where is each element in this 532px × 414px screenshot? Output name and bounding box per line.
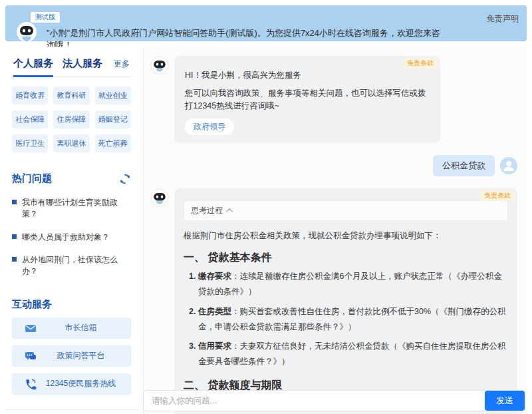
service-btn-marriage-adoption[interactable]: 婚育收养 [12,87,48,104]
hot-questions-list: 我市有哪些计划生育奖励政策？ 哪类人员属于救助对象？ 从外地回荆门，社保该怎么办… [12,197,131,277]
disclaimer-link[interactable]: 免责声明 [487,13,519,25]
greeting-line2: 您可以向我咨询政策、服务事项等相关问题，也可以选择写信或拨打12345热线进行咨… [185,87,430,112]
mail-icon [24,321,37,335]
robot-logo-icon [16,21,37,43]
service-category-grid: 婚育收养 教育科研 就业创业 社会保障 住房保障 婚姻登记 医疗卫生 离职退休 … [12,87,131,152]
bullet-square-icon [12,200,17,204]
bot-message-row: 免责条款 思考过程 根据荆门市住房公积金相关政策，现就公积金贷款办理事项说明如下… [150,188,517,414]
policy-qa-platform-link[interactable]: 政策问答平台 [12,345,131,367]
section1-list: 缴存要求：连续足额缴存住房公积金满6个月及以上，账户状态正常（《办理公积金贷款的… [198,269,508,369]
user-message-row: 公积金贷款 [150,155,517,176]
service-btn-marriage-registration[interactable]: 婚姻登记 [95,110,131,128]
greeting-line1: HI！我是小荆，很高兴为您服务 [185,69,430,82]
answer-section1-title: 一、 贷款基本条件 [184,251,508,265]
service-btn-social-security[interactable]: 社会保障 [12,110,48,128]
hot-question-item[interactable]: 从外地回荆门，社保该怎么办？ [12,254,131,277]
service-btn-retirement[interactable]: 离职退休 [53,134,89,152]
service-btn-employment[interactable]: 就业创业 [95,87,131,104]
answer-intro: 根据荆门市住房公积金相关政策，现就公积金贷款办理事项说明如下： [184,230,508,242]
mayor-mailbox-link[interactable]: 市长信箱 [12,317,131,339]
bot-avatar-icon [150,56,169,75]
send-button[interactable]: 发送 [485,391,525,411]
chatbot-page: 测试版 "小荆"是荆门市人民政府门户网站智能问答助手(测试版)。为您提供7x24… [0,0,532,414]
hotline-12345-link[interactable]: 12345便民服务热线 [12,373,131,395]
refresh-icon[interactable] [119,173,131,185]
service-btn-housing[interactable]: 住房保障 [53,110,89,128]
list-item: 信用要求：夫妻双方征信良好，无未结清公积金贷款（《购买自住住房提取住房公积金要具… [198,339,508,369]
list-item: 住房类型：购买首套或改善性自住住房，首付款比例不低于30%（《荆门缴存的公积金，… [198,304,508,335]
chevron-up-icon [226,208,233,215]
hot-questions-header: 热门问题 [12,172,131,185]
hot-question-item[interactable]: 我市有哪些计划生育奖励政策？ [12,197,131,220]
hot-question-item[interactable]: 哪类人员属于救助对象？ [12,232,131,243]
list-item: 缴存要求：连续足额缴存住房公积金满6个月及以上，账户状态正常（《办理公积金贷款的… [198,269,508,300]
service-btn-funeral[interactable]: 死亡殡葬 [95,134,131,152]
service-btn-education[interactable]: 教育科研 [53,87,89,104]
quick-reply-gov-leaders[interactable]: 政府领导 [185,118,234,135]
interactive-services-title: 互动服务 [12,298,131,311]
chat-area: 免责条款 HI！我是小荆，很高兴为您服务 您可以向我咨询政策、服务事项等相关问题… [143,47,527,414]
hot-questions-title: 热门问题 [12,172,52,185]
phone-icon [24,377,37,391]
tab-corporate-services[interactable]: 法人服务 [63,57,102,75]
disclaimer-badge[interactable]: 免责条款 [403,58,438,69]
bot-avatar-icon [150,188,169,207]
tab-personal-services[interactable]: 个人服务 [13,57,53,77]
sidebar-divider [5,409,138,410]
bot-answer-bubble: 免责条款 思考过程 根据荆门市住房公积金相关政策，现就公积金贷款办理事项说明如下… [174,188,517,414]
sidebar: 个人服务 法人服务 更多 婚育收养 教育科研 就业创业 社会保障 住房保障 婚姻… [5,47,138,414]
top-banner: 测试版 "小荆"是荆门市人民政府门户网站智能问答助手(测试版)。为您提供7x24… [5,5,527,41]
disclaimer-badge[interactable]: 免责条款 [480,190,515,201]
chat-icon [24,349,37,363]
thinking-process-toggle[interactable]: 思考过程 [184,200,508,221]
bullet-square-icon [12,257,17,262]
service-btn-medical[interactable]: 医疗卫生 [12,134,48,152]
more-link[interactable]: 更多 [114,59,130,70]
user-message-bubble: 公积金贷款 [433,155,495,176]
message-input-bar: 发送 [143,390,525,411]
question-input[interactable] [144,391,485,411]
bot-greeting-bubble: 免责条款 HI！我是小荆，很高兴为您服务 您可以向我咨询政策、服务事项等相关问题… [174,56,440,143]
user-avatar-icon [500,157,517,174]
bullet-square-icon [12,234,17,239]
service-tabs: 个人服务 法人服务 更多 [12,57,131,77]
bot-message-row: 免责条款 HI！我是小荆，很高兴为您服务 您可以向我咨询政策、服务事项等相关问题… [150,56,517,155]
